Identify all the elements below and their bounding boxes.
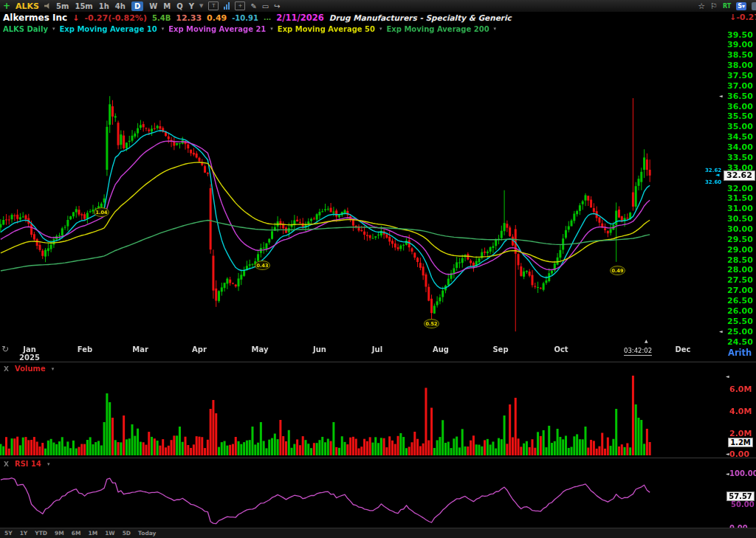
axis-marker-icon: ◄ [719,329,723,334]
price-tick: 30.00 [727,224,753,234]
indicator-label-1[interactable]: Exp Moving Average 10 [59,25,157,33]
rsi-tick: 100.00 [729,469,756,477]
flag-icon[interactable]: ⚐ [710,2,718,10]
price-tick: 39.00 [727,40,753,49]
month-label-mar: Mar [132,345,148,354]
volume-close-button[interactable]: X [4,365,9,373]
range-button-1m[interactable]: 1M [88,530,97,537]
indicator-dropdown-icon[interactable]: ▾ [270,26,273,32]
last-price-badge: 32.62 [724,170,755,181]
earnings-marker[interactable]: 1.04 [94,207,109,217]
indicator-dropdown-icon[interactable]: ▾ [52,26,55,32]
clipped-quote-change: ↓-0.27( [729,13,756,22]
axis-scale-label[interactable]: Arith [728,348,752,358]
price-tick: 28.50 [727,255,753,265]
axis-marker-icon: ◄ [726,472,729,476]
eps-value: 0.49 [207,13,227,23]
rsi-title[interactable]: RSI 14 [15,460,41,468]
timeframe-5m[interactable]: 5m [56,2,69,10]
earnings-marker[interactable]: 0.49 [610,266,625,275]
range-button-1y[interactable]: 1Y [20,530,28,537]
ellipsis[interactable]: ... [264,14,271,21]
trading-app-window: + ALKS 5m15m1h4hDWMQY ▼ T + ✎ ▭ ↪ ☆ ⚐ RT… [0,0,756,538]
star-icon[interactable]: ☆ [698,2,705,10]
volume-tick: 6.0M [729,384,752,394]
add-study-icon[interactable]: + [235,1,245,10]
price-tick: 27.00 [727,286,753,295]
earnings-marker[interactable]: 0.52 [424,319,439,328]
price-tick: 34.50 [727,132,753,142]
price-tick: 24.50 [727,337,753,347]
indicator-label-0[interactable]: ALKS Daily [3,25,48,33]
price-tick: 34.00 [727,142,753,152]
metric-value: -10.91 [232,14,258,22]
month-label-jun: Jun [313,345,326,354]
rsi-badge: 57.57 [726,492,755,501]
timeframe-1h[interactable]: 1h [99,2,109,10]
timeframe-15m[interactable]: 15m [75,2,92,10]
month-label-jan: Jan [23,345,36,354]
timeframe-4h[interactable]: 4h [115,2,126,10]
price-tick: 36.00 [727,102,753,111]
range-button-6m[interactable]: 6M [72,530,81,537]
indicator-dropdown-icon[interactable]: ▾ [379,26,382,32]
volume-title[interactable]: Volume [15,365,46,373]
month-label-dec: Dec [675,345,690,354]
price-change: -0.27(-0.82%) [84,13,147,23]
refresh-icon[interactable]: ↻ [1,344,9,354]
timeframe-buttons: 5m15m1h4hDWMQY [56,1,194,11]
price-tick: 29.00 [727,245,753,255]
volume-pane-header: X Volume ▾ [4,365,54,373]
volume-dropdown-icon[interactable]: ▾ [52,366,55,372]
rsi-close-button[interactable]: X [4,461,9,468]
indicator-label-3[interactable]: Exp Moving Average 50 [278,25,375,33]
share-icon[interactable]: ↪ [274,2,280,10]
month-label-sep: Sep [492,345,508,354]
range-button-ytd[interactable]: YTD [35,530,47,537]
rsi-dropdown-icon[interactable]: ▾ [47,461,50,467]
range-button-5y[interactable]: 5Y [4,530,13,537]
indicator-dropdown-icon[interactable]: ▾ [494,26,497,32]
month-label-feb: Feb [78,345,92,354]
indicator-dropdown-icon[interactable]: ▾ [162,26,165,32]
price-tick: 29.50 [727,235,753,244]
timeframe-y[interactable]: Y [189,2,194,10]
timeframe-q[interactable]: Q [176,2,183,10]
range-button-9m[interactable]: 9M [55,530,64,537]
price-tick: 38.00 [727,61,753,70]
chart-style-icon[interactable]: T [208,1,219,10]
price-tick: 31.00 [727,204,753,213]
earnings-marker[interactable]: 0.43 [255,261,270,270]
add-symbol-icon[interactable]: + [3,1,10,10]
axis-marker-icon: ◄ [719,94,723,98]
timeframe-d[interactable]: D [131,1,143,11]
month-label-apr: Apr [192,345,207,354]
timeframe-w[interactable]: W [149,2,157,10]
pencil-icon[interactable]: ✎ [250,2,256,10]
last-price-arrow-icon: ◄ [715,173,719,177]
market-cap: 5.4B [152,14,171,22]
range-button-1w[interactable]: 1W [105,530,115,537]
month-label-oct: Oct [554,345,568,354]
clipped-edge-icon[interactable] [752,2,756,10]
stamp-icon[interactable]: ▭ [262,2,269,10]
month-label-may: May [252,345,269,354]
price-tick: 26.00 [727,306,753,316]
indicator-label-2[interactable]: Exp Moving Average 21 [168,25,266,33]
price-tick: 31.50 [727,193,753,203]
axis-marker-icon: ◄ [726,374,729,379]
symbol-label[interactable]: ALKS [16,1,39,11]
timeframe-m[interactable]: M [163,2,171,10]
alert-speaker-icon[interactable] [44,3,51,9]
indicator-label-4[interactable]: Exp Moving Average 200 [387,25,489,33]
price-tick: 25.00 [727,327,753,337]
current-bar-marker-icon: ▲ [645,339,648,343]
chart-canvas[interactable] [0,0,756,538]
snapshot-chip[interactable]: S▾ [736,2,746,10]
bar-chart-icon[interactable] [224,2,230,10]
bid-price-label: 32.60 [705,179,721,185]
timeframe-dropdown-icon[interactable]: ▼ [199,3,203,9]
pe-ratio: 12.33 [176,13,202,23]
range-button-today[interactable]: Today [138,530,156,537]
range-button-5d[interactable]: 5D [123,530,131,537]
